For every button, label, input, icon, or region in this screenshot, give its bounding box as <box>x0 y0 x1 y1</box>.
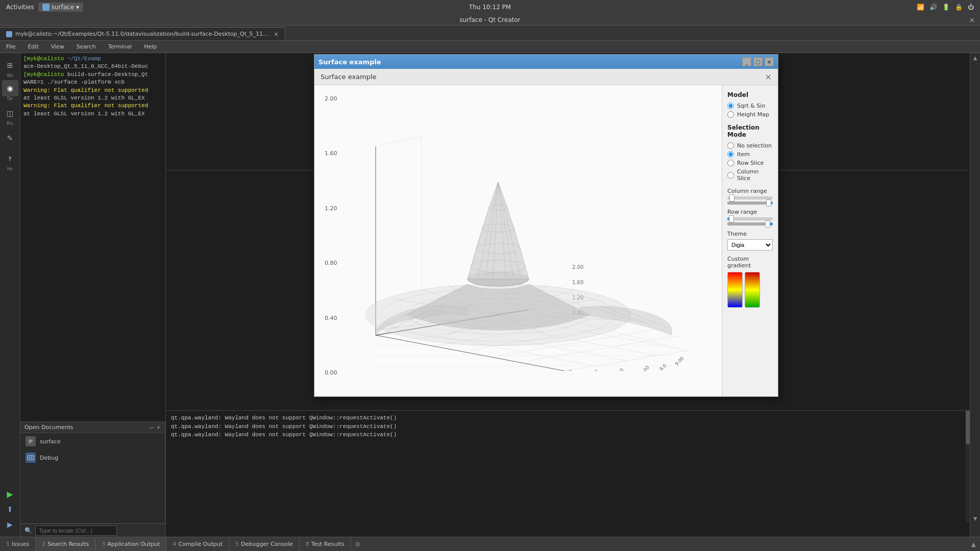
selection-row-slice-radio[interactable] <box>727 160 734 166</box>
bottom-tabs: 1 Issues 2 Search Results 3 Application … <box>0 537 364 551</box>
gradient-swatch-2[interactable] <box>745 272 760 308</box>
menu-terminal[interactable]: Terminal <box>106 42 134 51</box>
maximize-button[interactable]: □ <box>753 57 763 66</box>
bottom-tab-compile-output[interactable]: 4 Compile Output <box>166 537 229 551</box>
bottom-tab-search-results[interactable]: 2 Search Results <box>36 537 95 551</box>
surface-content: 2.00 1.60 1.20 0.80 0.40 0.00 <box>314 85 778 396</box>
main-area: ⊞ We ◉ De ◫ Pro ✎ ? He ▶ ⬆ ▶ <box>0 53 980 537</box>
collapse-icon[interactable]: — <box>150 424 155 430</box>
model-sqrt-sin[interactable]: Sqrt & Sin <box>727 103 773 109</box>
column-range-slider-top[interactable] <box>727 196 773 199</box>
chart-area[interactable]: 2.00 1.60 1.20 0.80 0.40 0.00 <box>314 85 722 396</box>
selection-col-slice-radio[interactable] <box>727 172 734 179</box>
search-results-number: 2 <box>42 541 45 547</box>
scroll-up-icon[interactable]: ▲ <box>973 55 977 61</box>
theme-select[interactable]: Digia Qt Primary Colors <box>727 239 773 251</box>
right-control-panel: Model Sqrt & Sin Height Map <box>722 85 778 396</box>
debugger-number: 5 <box>235 541 239 547</box>
selection-item[interactable]: Item <box>727 151 773 158</box>
menu-help[interactable]: Help <box>142 42 159 51</box>
tab-label: myk@calisto:~/Qt/Examples/Qt-5.11.0/data… <box>15 31 271 37</box>
svg-rect-1 <box>29 440 33 441</box>
system-time: Thu 10:12 PM <box>469 4 511 11</box>
output-line-2: qt.qpa.wayland: Wayland does not support… <box>171 422 965 431</box>
selection-item-radio[interactable] <box>727 151 734 158</box>
surface-inner-close[interactable]: × <box>765 72 772 82</box>
column-range-slider-bottom[interactable] <box>727 202 773 205</box>
issues-number: 1 <box>6 541 10 547</box>
app-output-label: Application Output <box>107 541 160 547</box>
gradient-swatch-1[interactable] <box>727 272 743 308</box>
selection-none-label: No selection <box>737 142 772 149</box>
svg-rect-3 <box>29 442 31 443</box>
menu-view[interactable]: View <box>49 42 66 51</box>
svg-rect-4 <box>28 456 34 460</box>
menu-bar: File Edit View Search Terminal Help <box>0 41 980 53</box>
selection-none[interactable]: No selection <box>727 142 773 149</box>
test-number: 8 <box>306 541 309 547</box>
surface-debug-label: Debug <box>40 455 58 461</box>
model-radio-group: Sqrt & Sin Height Map <box>727 103 773 118</box>
scrollbar-thumb[interactable] <box>966 411 970 444</box>
sidebar-label-welcome: We <box>7 73 13 78</box>
menu-file[interactable]: File <box>4 42 17 51</box>
minimize-button[interactable]: _ <box>742 57 751 66</box>
sidebar-icon-projects[interactable]: ◫ <box>2 105 18 121</box>
row-range-title: Row range <box>727 209 773 215</box>
deploy-button[interactable]: ⬆ <box>1 502 19 516</box>
bottom-tab-test-results[interactable]: 8 Test Results <box>300 537 351 551</box>
qt-creator-title: surface - Qt Creator <box>459 16 520 23</box>
theme-section: Theme Digia Qt Primary Colors <box>727 231 773 256</box>
open-docs-item-surface[interactable]: surface <box>20 433 165 449</box>
model-height-map-radio[interactable] <box>727 111 734 118</box>
menu-search[interactable]: Search <box>75 42 98 51</box>
surface-window-titlebar: Surface example _ □ × <box>314 55 778 69</box>
selection-item-label: Item <box>737 151 750 158</box>
search-input[interactable] <box>35 525 117 536</box>
sidebar-icon-edit[interactable]: ✎ <box>2 130 18 146</box>
main-tab[interactable]: myk@calisto:~/Qt/Examples/Qt-5.11.0/data… <box>0 27 285 40</box>
battery-icon: 🔋 <box>942 4 950 11</box>
selection-mode-radio-group: No selection Item Row Slice <box>727 142 773 182</box>
lock-icon: 🔒 <box>955 4 963 11</box>
surface-debug-item[interactable]: Debug <box>20 449 165 466</box>
selection-row-slice[interactable]: Row Slice <box>727 160 773 166</box>
debug-run-button[interactable]: ▶ <box>1 517 19 532</box>
y-label-000: 0.00 <box>325 369 337 376</box>
app-output-number: 3 <box>102 541 105 547</box>
model-height-map[interactable]: Height Map <box>727 111 773 118</box>
row-range-slider-bottom[interactable] <box>727 222 773 226</box>
test-label: Test Results <box>311 541 345 547</box>
model-sqrt-sin-radio[interactable] <box>727 103 734 109</box>
output-line-3: qt.qpa.wayland: Wayland does not support… <box>171 431 965 439</box>
close-button[interactable]: × <box>969 16 975 24</box>
menu-edit[interactable]: Edit <box>26 42 40 51</box>
tab-close-btn[interactable]: × <box>274 31 279 38</box>
bottom-tab-issues[interactable]: 1 Issues <box>0 537 36 551</box>
activities-button[interactable]: Activities <box>6 4 34 11</box>
selection-col-slice[interactable]: Column Slice <box>727 168 773 182</box>
selection-none-radio[interactable] <box>727 142 734 149</box>
scrollbar-track[interactable] <box>966 411 970 522</box>
bottom-tab-application-output[interactable]: 3 Application Output <box>95 537 166 551</box>
file-icon <box>26 436 36 446</box>
run-button[interactable]: ▶ <box>1 487 19 501</box>
scroll-down-icon[interactable]: ▼ <box>973 516 977 521</box>
search-results-label: Search Results <box>47 541 89 547</box>
theme-title: Theme <box>727 231 773 237</box>
model-height-map-label: Height Map <box>737 111 769 118</box>
app-indicator[interactable]: surface ▼ <box>38 3 84 12</box>
bottom-collapse-icon[interactable]: ▲ <box>971 541 976 548</box>
terminal-area[interactable]: [myk@calisto ~/Qt/Examp ace-Desktop_Qt_5… <box>20 53 166 421</box>
sidebar-icon-debug[interactable]: ◉ <box>2 80 18 96</box>
sidebar-label-debug: De <box>7 96 13 101</box>
bottom-tab-debugger-console[interactable]: 5 Debugger Console <box>229 537 300 551</box>
sidebar-icon-help[interactable]: ? <box>2 151 18 167</box>
search-icon: 🔍 <box>24 527 32 534</box>
sidebar-icon-welcome[interactable]: ⊞ <box>2 57 18 73</box>
settings-bottom-icon[interactable]: ⚙ <box>351 537 365 551</box>
surface-3d-chart: 2.00 1.60 1.20 0.80 -3.00 -4.00 -1.60 -4… <box>345 95 702 371</box>
add-icon[interactable]: + <box>157 424 161 430</box>
bottom-bar: 1 Issues 2 Search Results 3 Application … <box>0 537 980 551</box>
close-window-button[interactable]: × <box>765 57 774 66</box>
